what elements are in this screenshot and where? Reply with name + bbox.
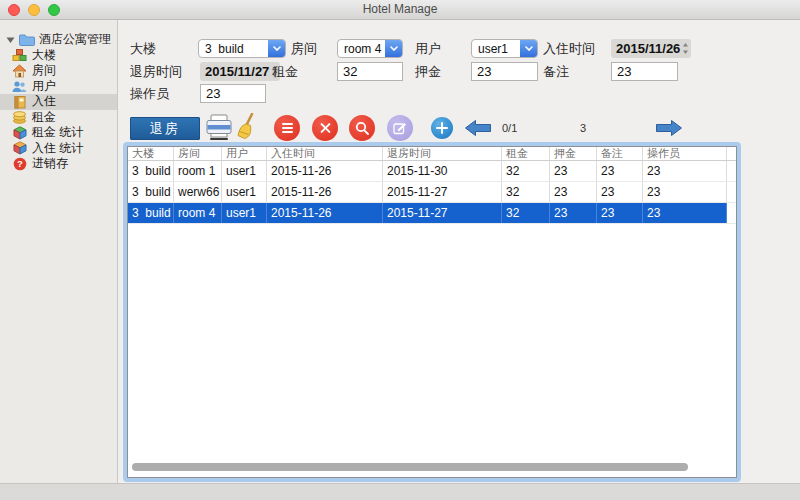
table-cell-filler <box>727 161 736 181</box>
printer-icon[interactable] <box>204 114 234 141</box>
chevron-down-icon <box>268 40 285 57</box>
table-cell: 32 <box>502 203 550 223</box>
users-icon <box>11 80 28 93</box>
column-header[interactable]: 大楼 <box>128 147 174 160</box>
folder-icon <box>18 33 35 46</box>
edit-circle-icon[interactable] <box>387 115 413 141</box>
table-cell: 23 <box>597 182 643 202</box>
table-cell-filler <box>727 182 736 202</box>
chevron-down-icon <box>520 40 537 57</box>
page-indicator: 0/1 <box>502 121 517 135</box>
table-cell-filler <box>727 203 736 223</box>
table-cell: 23 <box>597 161 643 181</box>
table-body: 3 buildroom 1user12015-11-262015-11-3032… <box>128 161 736 224</box>
sidebar-item-label: 房间 <box>32 62 56 79</box>
add-circle-icon[interactable] <box>431 117 453 139</box>
table-cell: 23 <box>550 161 597 181</box>
sidebar-item-inventory[interactable]: ? 进销存 <box>0 156 117 172</box>
sidebar-item-rent-stats[interactable]: 租金 统计 <box>0 125 117 141</box>
table-cell: 2015-11-27 <box>383 182 502 202</box>
sidebar-item-label: 进销存 <box>32 155 68 172</box>
close-circle-icon[interactable] <box>312 115 338 141</box>
date-stepper-icon[interactable] <box>682 42 689 55</box>
sidebar-item-label: 大楼 <box>32 47 56 64</box>
close-window-button[interactable] <box>8 4 20 16</box>
room-select-value: room 4 <box>338 42 385 56</box>
table-cell: werw66 <box>174 182 222 202</box>
sidebar-item-root[interactable]: 酒店公寓管理 <box>0 32 117 48</box>
sidebar-item-label: 酒店公寓管理 <box>39 31 111 48</box>
checkin-box-icon <box>11 95 28 109</box>
user-label: 用户 <box>415 39 441 58</box>
house-icon <box>11 64 28 78</box>
checkin-time-label: 入住时间 <box>543 39 595 58</box>
table-cell: 3 build <box>128 203 174 223</box>
zoom-window-button[interactable] <box>48 4 60 16</box>
rent-input[interactable] <box>337 62 403 81</box>
note-input[interactable] <box>611 62 678 81</box>
search-circle-icon[interactable] <box>349 115 375 141</box>
svg-text:?: ? <box>17 158 23 169</box>
menu-circle-icon[interactable] <box>274 115 300 141</box>
table-row[interactable]: 3 buildwerw66user12015-11-262015-11-2732… <box>128 182 736 203</box>
coins-icon <box>11 111 28 124</box>
table: 大楼房间用户入住时间退房时间租金押金备注操作员 3 buildroom 1use… <box>127 146 737 478</box>
table-row[interactable]: 3 buildroom 4user12015-11-262015-11-2732… <box>128 203 736 224</box>
table-cell: 32 <box>502 182 550 202</box>
sidebar-item-rent[interactable]: 租金 <box>0 110 117 126</box>
disclosure-triangle-icon[interactable] <box>4 36 16 44</box>
checkout-button[interactable]: 退房 <box>130 117 200 140</box>
horizontal-scrollbar-thumb[interactable] <box>132 463 688 471</box>
column-header[interactable]: 用户 <box>222 147 267 160</box>
user-select[interactable]: user1 <box>471 39 538 58</box>
checkin-date-value: 2015/11/26 <box>616 41 680 56</box>
column-header[interactable]: 房间 <box>174 147 222 160</box>
checkout-time-label: 退房时间 <box>130 62 182 81</box>
broom-icon[interactable] <box>236 113 260 141</box>
sidebar-item-user[interactable]: 用户 <box>0 79 117 95</box>
sidebar-item-room[interactable]: 房间 <box>0 63 117 79</box>
sidebar-item-label: 入住 <box>32 93 56 110</box>
deposit-input[interactable] <box>471 62 538 81</box>
sidebar-item-checkin-stats[interactable]: 入住 统计 <box>0 141 117 157</box>
building-label: 大楼 <box>130 39 156 58</box>
title-bar: Hotel Manage <box>0 0 800 20</box>
column-header[interactable]: 入住时间 <box>267 147 383 160</box>
building-select[interactable]: 3 build <box>198 39 286 58</box>
sidebar-item-checkin[interactable]: 入住 <box>0 94 117 110</box>
table-cell: room 1 <box>174 161 222 181</box>
building-blocks-icon <box>11 48 28 62</box>
table-cell: 2015-11-26 <box>267 182 383 202</box>
app-window: Hotel Manage 酒店公寓管理 大楼 房间 <box>0 0 800 500</box>
column-header[interactable]: 操作员 <box>643 147 727 160</box>
record-count: 3 <box>580 121 586 135</box>
stats-cube-icon <box>11 141 28 155</box>
table-cell: user1 <box>222 203 267 223</box>
rent-label: 租金 <box>272 62 298 81</box>
table-cell: 3 build <box>128 182 174 202</box>
sidebar: 酒店公寓管理 大楼 房间 用户 入住 <box>0 20 118 483</box>
user-select-value: user1 <box>472 42 520 56</box>
traffic-lights <box>8 4 60 16</box>
checkout-date-field[interactable]: 2015/11/27 <box>200 62 280 81</box>
column-header[interactable]: 租金 <box>502 147 550 160</box>
table-cell: 23 <box>643 161 727 181</box>
checkin-date-field[interactable]: 2015/11/26 <box>611 39 691 58</box>
column-header[interactable]: 备注 <box>597 147 643 160</box>
table-cell: 3 build <box>128 161 174 181</box>
minimize-window-button[interactable] <box>28 4 40 16</box>
operator-input[interactable] <box>200 84 266 103</box>
arrow-right-icon[interactable] <box>655 119 683 137</box>
table-row[interactable]: 3 buildroom 1user12015-11-262015-11-3032… <box>128 161 736 182</box>
building-select-value: 3 build <box>199 42 268 56</box>
arrow-left-icon[interactable] <box>464 119 492 137</box>
room-select[interactable]: room 4 <box>337 39 403 58</box>
column-header[interactable]: 退房时间 <box>383 147 502 160</box>
table-cell: 2015-11-26 <box>267 161 383 181</box>
table-cell: 23 <box>643 203 727 223</box>
column-header[interactable]: 押金 <box>550 147 597 160</box>
sidebar-item-label: 用户 <box>32 78 56 95</box>
sidebar-item-building[interactable]: 大楼 <box>0 48 117 64</box>
table-cell: 32 <box>502 161 550 181</box>
deposit-label: 押金 <box>415 62 441 81</box>
